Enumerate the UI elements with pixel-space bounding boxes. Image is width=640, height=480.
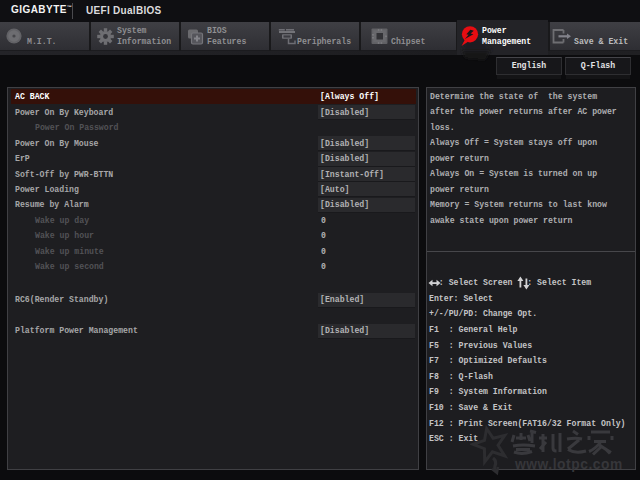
svg-text:www.lotpc.com: www.lotpc.com bbox=[514, 457, 623, 472]
